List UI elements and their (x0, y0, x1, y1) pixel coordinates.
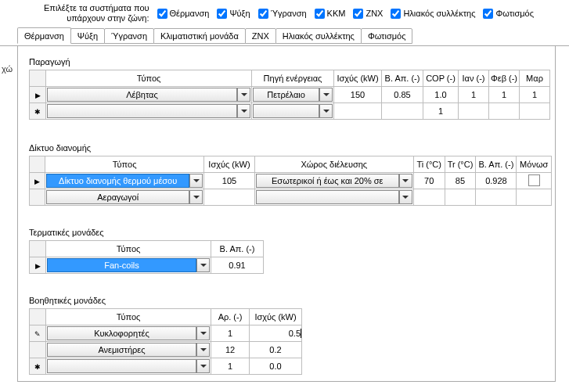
type-combo[interactable]: Κυκλοφορητές (46, 325, 211, 341)
cell-ti[interactable]: 70 (421, 176, 437, 185)
cell-jan[interactable] (459, 103, 489, 120)
table-row[interactable]: ▶ Λέβητας Πετρέλαιο 150 0.85 1.0 1 1 1 (30, 87, 550, 103)
cell-cop[interactable]: 1 (435, 106, 446, 116)
tab-ac[interactable]: Κλιματιστική μονάδα (153, 28, 246, 44)
cell-ins[interactable] (517, 189, 552, 206)
chk-humid[interactable]: Ύγρανση (258, 9, 307, 19)
cell-mar[interactable]: 1 (529, 90, 540, 99)
side-label: χώ (2, 64, 13, 74)
cell-bap[interactable] (476, 189, 517, 206)
room-combo[interactable]: Εσωτερικοί ή έως και 20% σε (255, 173, 413, 189)
tab-humid[interactable]: Ύγρανση (104, 28, 154, 44)
cell-feb[interactable] (489, 103, 520, 120)
table-row-new[interactable]: ✱ 1 0.0 (30, 358, 302, 375)
cell-bap[interactable]: 0.85 (391, 90, 413, 99)
hdr-tr: Tr (°C) (445, 156, 476, 173)
type-combo[interactable] (46, 358, 211, 374)
tabstrip: Θέρμανση Ψύξη Ύγρανση Κλιματιστική μονάδ… (0, 28, 569, 46)
chk-solar[interactable]: Ηλιακός συλλέκτης (391, 9, 475, 19)
section-title-production: Παραγωγή (29, 57, 552, 67)
hdr-bap: Β. Απ. (-) (382, 70, 423, 87)
grid-production[interactable]: Τύπος Πηγή ενέργειας Ισχύς (kW) Β. Απ. (… (29, 70, 550, 120)
type-combo[interactable]: Δίκτυο διανομής θερμού μέσου (45, 173, 203, 189)
chevron-down-icon[interactable] (399, 174, 412, 188)
chevron-down-icon[interactable] (196, 359, 210, 373)
chk-cooling[interactable]: Ψύξη (217, 9, 250, 19)
row-indicator (30, 342, 46, 358)
hdr-feb: Φεβ (-) (489, 70, 520, 87)
cell-pow[interactable]: 150 (348, 90, 368, 99)
chevron-down-icon[interactable] (196, 343, 210, 357)
table-row-new[interactable]: ✱ 1 (30, 103, 550, 120)
cell-bap[interactable]: 0.91 (225, 261, 248, 270)
section-title-network: Δίκτυο διανομής (29, 143, 552, 153)
grid-corner (30, 70, 46, 87)
grid-network[interactable]: Τύπος Ισχύς (kW) Χώρος διέλευσης Ti (°C)… (29, 156, 552, 206)
cell-mar[interactable] (520, 103, 550, 120)
src-combo[interactable]: Πετρέλαιο (252, 87, 333, 102)
table-row[interactable]: ▶ Δίκτυο διανομής θερμού μέσου 105 Εσωτε… (30, 173, 552, 189)
cell-pow[interactable]: 0.2 (266, 345, 284, 354)
cell-pow[interactable] (204, 189, 255, 206)
cell-pow[interactable] (334, 103, 382, 120)
row-indicator-new: ✱ (30, 103, 46, 120)
chevron-down-icon[interactable] (196, 326, 210, 340)
type-combo[interactable]: Ανεμιστήρες (46, 342, 211, 358)
cell-bap[interactable]: 0.928 (482, 176, 510, 185)
grid-corner (30, 156, 45, 173)
tab-solar[interactable]: Ηλιακός συλλέκτης (275, 28, 362, 44)
type-combo[interactable]: Λέβητας (46, 87, 251, 102)
table-row[interactable]: ✎ Κυκλοφορητές 1 0.5 (30, 325, 302, 342)
chevron-down-icon[interactable] (237, 88, 250, 102)
chk-heating[interactable]: Θέρμανση (157, 9, 210, 19)
hdr-mar: Μαρ (520, 70, 550, 87)
hdr-ti: Ti (°C) (413, 156, 445, 173)
row-indicator-current: ▶ (30, 173, 45, 189)
cell-pow[interactable]: 0.0 (266, 361, 284, 371)
cell-feb[interactable]: 1 (499, 90, 510, 99)
chevron-down-icon[interactable] (319, 88, 333, 102)
cell-bap[interactable] (382, 103, 423, 120)
table-row[interactable]: Αεραγωγοί (30, 189, 552, 206)
chevron-down-icon[interactable] (189, 174, 203, 188)
src-combo[interactable] (252, 103, 333, 119)
cell-n[interactable]: 12 (222, 345, 238, 354)
grid-terminals[interactable]: Τύπος Β. Απ. (-) ▶ Fan-coils 0.91 (29, 240, 264, 274)
tab-znx[interactable]: ΖΝΧ (245, 28, 276, 44)
cell-ins[interactable] (517, 173, 552, 189)
type-combo[interactable] (46, 103, 251, 119)
chevron-down-icon[interactable] (399, 190, 412, 204)
cell-jan[interactable]: 1 (468, 90, 479, 99)
grid-aux[interactable]: Τύπος Αρ. (-) Ισχύς (kW) ✎ Κυκλοφορητές … (29, 308, 302, 375)
chevron-down-icon[interactable] (196, 258, 210, 272)
chk-light[interactable]: Φωτισμός (483, 9, 534, 19)
hdr-bap: Β. Απ. (-) (211, 241, 264, 257)
room-combo[interactable] (255, 189, 413, 205)
hdr-type: Τύπος (46, 241, 211, 257)
chk-znx[interactable]: ΖΝΧ (353, 9, 383, 19)
cell-tr[interactable] (445, 189, 476, 206)
tab-cooling[interactable]: Ψύξη (70, 28, 105, 44)
chk-kkm[interactable]: ΚΚΜ (315, 9, 346, 19)
chevron-down-icon[interactable] (237, 104, 250, 118)
chevron-down-icon[interactable] (319, 104, 333, 118)
cell-pow[interactable]: 0.5 (286, 329, 301, 338)
section-title-terminals: Τερματικές μονάδες (29, 228, 552, 237)
tab-heating[interactable]: Θέρμανση (17, 27, 71, 44)
row-indicator-new: ✱ (30, 358, 46, 375)
cell-pow[interactable]: 105 (219, 176, 239, 185)
cell-cop[interactable]: 1.0 (431, 90, 449, 99)
type-combo[interactable]: Αεραγωγοί (45, 189, 203, 205)
table-row[interactable]: Ανεμιστήρες 12 0.2 (30, 342, 302, 358)
type-combo[interactable]: Fan-coils (46, 257, 211, 273)
cell-tr[interactable]: 85 (452, 176, 468, 185)
table-row[interactable]: ▶ Fan-coils 0.91 (30, 257, 264, 274)
cell-n[interactable]: 1 (225, 361, 236, 371)
systems-selector: Επιλέξτε τα συστήματα που υπάρχουν στην … (0, 0, 569, 28)
tab-light[interactable]: Φωτισμός (361, 28, 413, 44)
cell-n[interactable]: 1 (225, 329, 236, 338)
chevron-down-icon[interactable] (189, 190, 203, 204)
cell-ti[interactable] (413, 189, 445, 206)
systems-prompt: Επιλέξτε τα συστήματα που υπάρχουν στην … (44, 3, 149, 23)
hdr-pow: Ισχύς (kW) (204, 156, 255, 173)
